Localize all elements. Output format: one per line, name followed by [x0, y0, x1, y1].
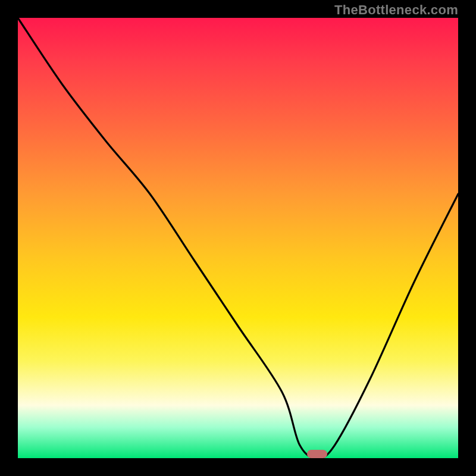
watermark-text: TheBottleneck.com [334, 2, 458, 18]
chart-plot-area [18, 18, 458, 458]
optimal-marker [307, 450, 327, 458]
bottleneck-curve [18, 18, 458, 458]
